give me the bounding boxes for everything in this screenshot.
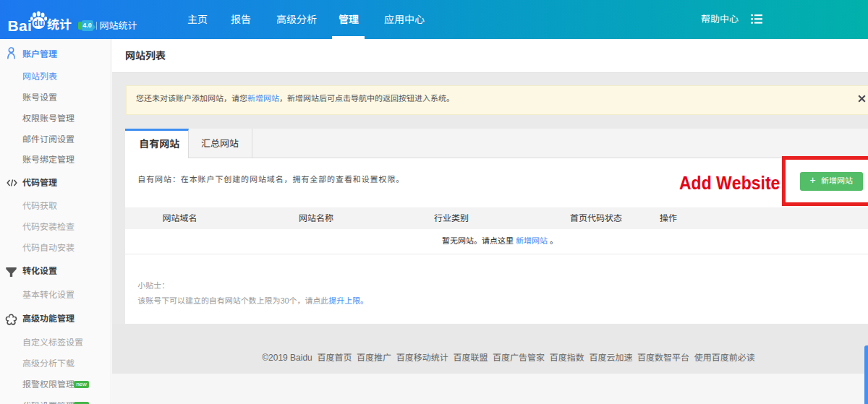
svg-text:du: du — [33, 18, 44, 28]
